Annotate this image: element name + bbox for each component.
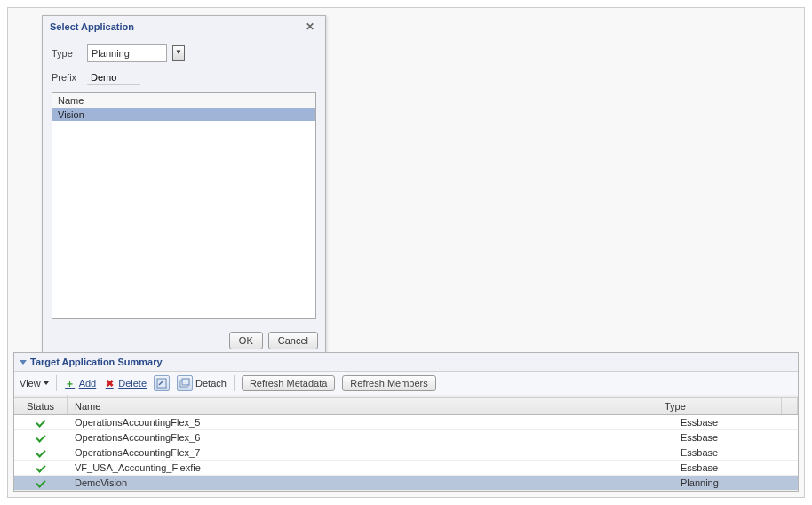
toolbar-divider [56, 375, 57, 391]
type-select[interactable]: Planning [87, 44, 167, 62]
svg-rect-2 [182, 379, 189, 385]
name-cell: OperationsAccountingFlex_6 [68, 430, 673, 445]
table-row[interactable]: VF_USA_Accounting_FlexfieEssbase [14, 461, 798, 476]
panel-title: Target Application Summary [30, 357, 163, 367]
prefix-row: Prefix [52, 69, 316, 85]
table-row[interactable]: OperationsAccountingFlex_5Essbase [14, 415, 798, 430]
target-application-summary-panel: Target Application Summary View ＋ Add ✖ … [13, 352, 799, 492]
dialog-title: Select Application [50, 21, 134, 32]
caret-down-icon [44, 381, 49, 385]
col-type[interactable]: Type [657, 398, 782, 414]
prefix-label: Prefix [52, 72, 87, 83]
check-icon [36, 432, 45, 442]
col-scroll-gutter [782, 398, 798, 414]
type-cell: Planning [673, 476, 798, 490]
add-label: Add [79, 378, 97, 389]
delete-label: Delete [118, 378, 147, 389]
col-name[interactable]: Name [68, 398, 657, 414]
grid-body[interactable]: OperationsAccountingFlex_5EssbaseOperati… [14, 415, 798, 491]
detach-icon [177, 375, 193, 391]
detach-button[interactable]: Detach [177, 375, 227, 391]
type-cell: Essbase [673, 461, 798, 475]
application-list: Name Vision [52, 92, 316, 319]
check-icon [36, 477, 45, 487]
x-icon: ✖ [103, 377, 115, 389]
table-row[interactable]: OperationsAccountingFlex_7Essbase [14, 445, 798, 461]
type-label: Type [52, 48, 87, 59]
disclosure-icon[interactable] [20, 360, 27, 365]
status-cell [14, 478, 68, 487]
select-application-dialog: Select Application ✕ Type Planning ▼ Pre… [42, 15, 326, 356]
table-row[interactable]: OperationsAccountingFlex_6Essbase [14, 430, 798, 445]
list-item[interactable]: Vision [52, 108, 315, 121]
toolbar-divider [234, 375, 235, 391]
type-cell: Essbase [673, 430, 798, 445]
name-cell: OperationsAccountingFlex_7 [68, 445, 673, 460]
delete-button[interactable]: ✖ Delete [103, 377, 147, 389]
edit-icon[interactable] [154, 375, 170, 391]
ok-button[interactable]: OK [229, 332, 263, 349]
add-button[interactable]: ＋ Add [64, 377, 97, 389]
summary-grid: Status Name Type OperationsAccountingFle… [14, 395, 798, 491]
col-status[interactable]: Status [14, 398, 68, 414]
type-row: Type Planning ▼ [52, 44, 316, 62]
name-cell: OperationsAccountingFlex_5 [68, 415, 673, 429]
check-icon [36, 417, 45, 427]
refresh-metadata-button[interactable]: Refresh Metadata [242, 375, 335, 391]
type-value: Planning [92, 48, 130, 59]
panel-header: Target Application Summary [14, 353, 798, 371]
dialog-header: Select Application ✕ [43, 16, 325, 37]
grid-header: Status Name Type [14, 398, 798, 415]
status-cell [14, 418, 68, 427]
detach-label: Detach [195, 378, 227, 389]
name-cell: VF_USA_Accounting_Flexfie [68, 461, 673, 475]
check-icon [36, 447, 45, 457]
status-cell [14, 463, 68, 472]
table-row[interactable]: DemoVisionPlanning [14, 476, 798, 491]
dialog-body: Type Planning ▼ Prefix Name Vision [43, 37, 325, 326]
close-icon[interactable]: ✕ [302, 20, 318, 33]
refresh-members-button[interactable]: Refresh Members [342, 375, 435, 391]
view-label: View [20, 378, 41, 389]
chevron-down-icon[interactable]: ▼ [172, 45, 185, 61]
prefix-input[interactable] [87, 69, 140, 85]
status-cell [14, 433, 68, 442]
type-cell: Essbase [673, 415, 798, 429]
plus-icon: ＋ [64, 377, 76, 389]
list-header-name: Name [52, 93, 315, 108]
toolbar: View ＋ Add ✖ Delete Detach Ref [14, 371, 798, 395]
check-icon [36, 462, 45, 472]
dialog-footer: OK Cancel [43, 326, 325, 355]
app-frame: Select Application ✕ Type Planning ▼ Pre… [7, 7, 805, 498]
status-cell [14, 448, 68, 457]
view-menu[interactable]: View [20, 378, 49, 389]
name-cell: DemoVision [68, 476, 673, 490]
cancel-button[interactable]: Cancel [268, 332, 318, 349]
type-cell: Essbase [673, 445, 798, 460]
